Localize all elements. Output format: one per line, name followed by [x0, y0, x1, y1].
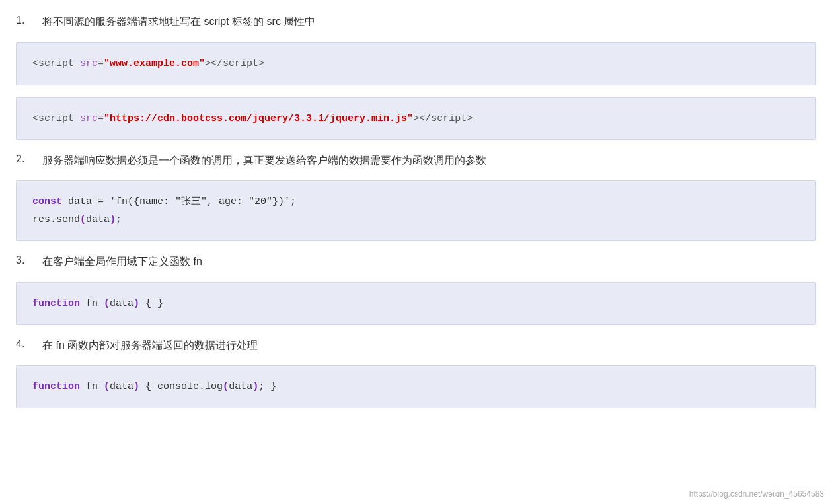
code-param2: data [110, 381, 133, 392]
attr-value: "www.example.com" [104, 58, 205, 69]
code-param3: data [229, 381, 252, 392]
step-text-4: 在 fn 函数内部对服务器端返回的数据进行处理 [42, 337, 258, 354]
code-semi1: ; [290, 196, 296, 207]
code-param1: data [110, 298, 133, 309]
tag-open2: <script [32, 113, 80, 124]
list-item-1: 1. 将不同源的服务器端请求地址写在 script 标签的 src 属性中 [16, 13, 816, 30]
code-paren6: ) [133, 381, 139, 392]
tag-close2: ></script> [413, 113, 473, 124]
attr-value2: "https://cdn.bootcss.com/jquery/3.3.1/jq… [104, 113, 413, 124]
step-text-3: 在客户端全局作用域下定义函数 fn [42, 253, 202, 270]
code-paren1: ( [80, 214, 86, 225]
step-number-3: 3. [16, 253, 42, 266]
code-res: res.send [32, 214, 80, 225]
step-1: 1. 将不同源的服务器端请求地址写在 script 标签的 src 属性中 [16, 13, 816, 30]
attr-src2: src [80, 113, 98, 124]
code-block-1: <script src="www.example.com"></script> [16, 42, 816, 85]
step-2: 2. 服务器端响应数据必须是一个函数的调用，真正要发送给客户端的数据需要作为函数… [16, 152, 816, 169]
code-block-2: <script src="https://cdn.bootcss.com/jqu… [16, 97, 816, 140]
code-data1: data [86, 214, 110, 225]
step-number-2: 2. [16, 152, 42, 165]
step-3: 3. 在客户端全局作用域下定义函数 fn [16, 253, 816, 270]
tag-open: <script [32, 58, 80, 69]
code-block-5: function fn (data) { console.log(data); … [16, 365, 816, 408]
code-semi3: ; } [258, 381, 276, 392]
code-line-fn1: function fn (data) { } [32, 295, 800, 312]
code-body2: { console.log [139, 381, 223, 392]
code-paren2: ) [110, 214, 116, 225]
code-line-const: const data = 'fn({name: "张三", age: "20"}… [32, 193, 800, 211]
code-string1: 'fn({name: "张三", age: "20"})' [110, 196, 290, 207]
list-item-2: 2. 服务器端响应数据必须是一个函数的调用，真正要发送给客户端的数据需要作为函数… [16, 152, 816, 169]
code-body1: { } [139, 298, 163, 309]
tag-eq: = [98, 58, 104, 69]
list-item-4: 4. 在 fn 函数内部对服务器端返回的数据进行处理 [16, 337, 816, 354]
code-line: <script src="https://cdn.bootcss.com/jqu… [32, 110, 800, 127]
code-line-fn2: function fn (data) { console.log(data); … [32, 378, 800, 396]
code-paren5: ( [104, 381, 110, 392]
code-paren4: ) [133, 298, 139, 309]
code-fn1: fn [80, 298, 104, 309]
code-paren8: ) [252, 381, 258, 392]
code-fn2: fn [80, 381, 104, 392]
step-number-1: 1. [16, 13, 42, 26]
code-plain1: data = [62, 196, 110, 207]
step-text-2: 服务器端响应数据必须是一个函数的调用，真正要发送给客户端的数据需要作为函数调用的… [42, 152, 486, 169]
code-block-4: function fn (data) { } [16, 282, 816, 325]
tag-close: ></script> [205, 58, 264, 69]
list-item-3: 3. 在客户端全局作用域下定义函数 fn [16, 253, 816, 270]
kw-function1: function [32, 298, 80, 309]
tag-eq2: = [98, 113, 104, 124]
code-block-3: const data = 'fn({name: "张三", age: "20"}… [16, 180, 816, 241]
code-line-res: res.send(data); [32, 211, 800, 229]
step-4: 4. 在 fn 函数内部对服务器端返回的数据进行处理 [16, 337, 816, 354]
step-text-1: 将不同源的服务器端请求地址写在 script 标签的 src 属性中 [42, 13, 315, 30]
watermark: https://blog.csdn.net/weixin_45654583 [689, 489, 824, 499]
code-paren3: ( [104, 298, 110, 309]
step-number-4: 4. [16, 337, 42, 350]
code-semi2: ; [116, 214, 122, 225]
kw-function2: function [32, 381, 80, 392]
code-paren7: ( [223, 381, 229, 392]
kw-const: const [32, 196, 62, 207]
attr-src: src [80, 58, 98, 69]
code-line: <script src="www.example.com"></script> [32, 55, 800, 73]
